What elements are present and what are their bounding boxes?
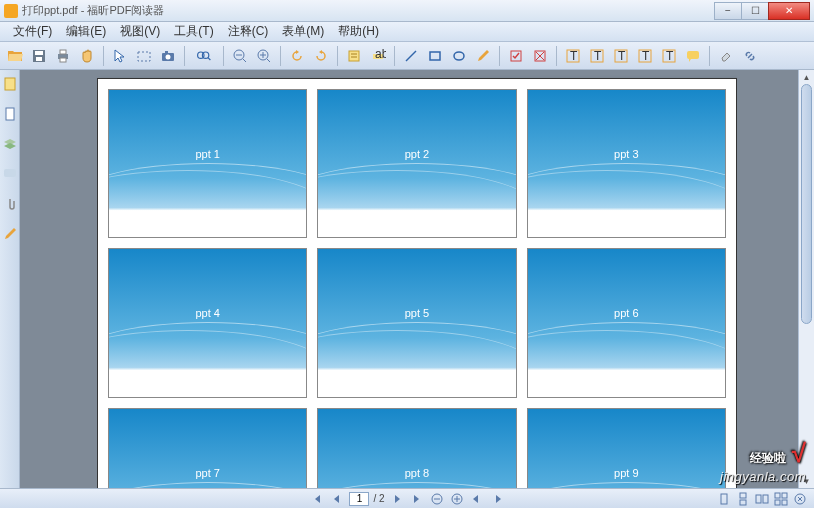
svg-text:T: T (642, 49, 650, 63)
line-tool-button[interactable] (400, 45, 422, 67)
text-tool-1[interactable]: T (562, 45, 584, 67)
window-title: 打印ppt.pdf - 福昕PDF阅读器 (22, 3, 715, 18)
slide-thumbnail: ppt 2 (317, 89, 516, 238)
menu-form[interactable]: 表单(M) (275, 21, 331, 42)
checkbox-tool-button[interactable] (505, 45, 527, 67)
open-button[interactable] (4, 45, 26, 67)
main-area: ppt 1ppt 2ppt 3ppt 4ppt 5ppt 6ppt 7ppt 8… (0, 70, 814, 488)
svg-rect-45 (4, 169, 16, 177)
window-controls: − ☐ ✕ (715, 2, 810, 20)
title-bar: 打印ppt.pdf - 福昕PDF阅读器 − ☐ ✕ (0, 0, 814, 22)
svg-rect-59 (782, 500, 787, 505)
bookmark-panel-icon[interactable] (2, 76, 18, 92)
text-tool-3[interactable]: T (610, 45, 632, 67)
stamp-tool-button[interactable] (529, 45, 551, 67)
svg-line-15 (243, 59, 246, 62)
layers-panel-icon[interactable] (2, 136, 18, 152)
eraser-button[interactable] (715, 45, 737, 67)
snapshot-button[interactable] (133, 45, 155, 67)
slide-label: ppt 5 (405, 307, 429, 319)
facing-view-button[interactable] (754, 491, 770, 507)
rectangle-tool-button[interactable] (424, 45, 446, 67)
menu-tools[interactable]: 工具(T) (167, 21, 220, 42)
nav-back-button[interactable] (469, 491, 485, 507)
zoom-in-status-button[interactable] (449, 491, 465, 507)
zoom-out-status-button[interactable] (429, 491, 445, 507)
minimize-button[interactable]: − (714, 2, 742, 20)
text-tool-2[interactable]: T (586, 45, 608, 67)
text-tool-4[interactable]: T (634, 45, 656, 67)
pages-panel-icon[interactable] (2, 106, 18, 122)
separator (184, 46, 185, 66)
svg-rect-55 (763, 495, 768, 503)
last-page-button[interactable] (409, 491, 425, 507)
comment-button[interactable] (682, 45, 704, 67)
separator (556, 46, 557, 66)
svg-text:T: T (618, 49, 626, 63)
scroll-thumb[interactable] (801, 84, 812, 324)
highlight-button[interactable]: ab (367, 45, 389, 67)
first-page-button[interactable] (309, 491, 325, 507)
vertical-scrollbar[interactable]: ▲ ▼ (798, 70, 814, 488)
document-viewport[interactable]: ppt 1ppt 2ppt 3ppt 4ppt 5ppt 6ppt 7ppt 8… (20, 70, 814, 488)
slide-thumbnail: ppt 8 (317, 408, 516, 488)
svg-line-25 (406, 51, 416, 61)
slide-label: ppt 4 (195, 307, 219, 319)
svg-point-8 (166, 54, 171, 59)
rotate-right-button[interactable] (310, 45, 332, 67)
fullscreen-button[interactable] (792, 491, 808, 507)
nav-forward-button[interactable] (489, 491, 505, 507)
svg-rect-42 (687, 51, 699, 59)
slide-label: ppt 2 (405, 148, 429, 160)
view-mode-controls (716, 491, 808, 507)
scroll-down-arrow[interactable]: ▼ (799, 474, 814, 488)
camera-button[interactable] (157, 45, 179, 67)
next-page-button[interactable] (389, 491, 405, 507)
print-button[interactable] (52, 45, 74, 67)
scroll-up-arrow[interactable]: ▲ (799, 70, 814, 84)
menu-bar: 文件(F) 编辑(E) 视图(V) 工具(T) 注释(C) 表单(M) 帮助(H… (0, 22, 814, 42)
menu-file[interactable]: 文件(F) (6, 21, 59, 42)
svg-text:T: T (666, 49, 674, 63)
separator (394, 46, 395, 66)
svg-rect-20 (349, 51, 359, 61)
slide-label: ppt 8 (405, 467, 429, 479)
hand-tool-button[interactable] (76, 45, 98, 67)
text-tool-5[interactable]: T (658, 45, 680, 67)
maximize-button[interactable]: ☐ (741, 2, 769, 20)
continuous-view-button[interactable] (735, 491, 751, 507)
menu-view[interactable]: 视图(V) (113, 21, 167, 42)
single-page-view-button[interactable] (716, 491, 732, 507)
svg-rect-43 (5, 78, 15, 90)
zoom-in-button[interactable] (253, 45, 275, 67)
svg-rect-44 (6, 108, 14, 120)
rotate-left-button[interactable] (286, 45, 308, 67)
close-button[interactable]: ✕ (768, 2, 810, 20)
svg-text:T: T (570, 49, 578, 63)
slide-thumbnail: ppt 6 (527, 248, 726, 397)
zoom-out-button[interactable] (229, 45, 251, 67)
attachment-panel-icon[interactable] (2, 196, 18, 212)
link-button[interactable] (739, 45, 761, 67)
svg-rect-58 (775, 500, 780, 505)
menu-comment[interactable]: 注释(C) (221, 21, 276, 42)
prev-page-button[interactable] (329, 491, 345, 507)
menu-help[interactable]: 帮助(H) (331, 21, 386, 42)
separator (499, 46, 500, 66)
svg-rect-54 (756, 495, 761, 503)
svg-rect-56 (775, 493, 780, 498)
ellipse-tool-button[interactable] (448, 45, 470, 67)
comments-panel-icon[interactable] (2, 166, 18, 182)
svg-rect-52 (740, 493, 746, 498)
continuous-facing-view-button[interactable] (773, 491, 789, 507)
pencil-tool-button[interactable] (472, 45, 494, 67)
separator (709, 46, 710, 66)
note-button[interactable] (343, 45, 365, 67)
menu-edit[interactable]: 编辑(E) (59, 21, 113, 42)
select-tool-button[interactable] (109, 45, 131, 67)
page-number-input[interactable] (349, 492, 369, 506)
svg-text:ab: ab (375, 48, 386, 61)
save-button[interactable] (28, 45, 50, 67)
find-button[interactable] (190, 45, 218, 67)
signature-panel-icon[interactable] (2, 226, 18, 242)
